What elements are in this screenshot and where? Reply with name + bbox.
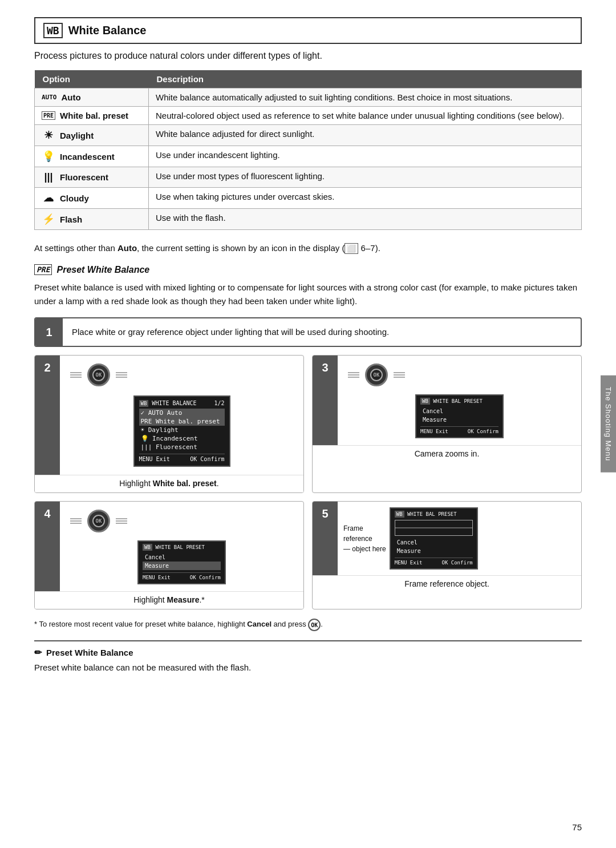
description-cell: Use with the flash. [149,209,582,230]
option-label: Daylight [60,131,94,140]
option-icon: AUTO [42,94,57,101]
step-5-screen: WB WHITE BAL PRESET Cancel Measure MENU … [390,507,478,570]
step3-camera-lens: OK [365,364,388,386]
step-1-number: 1 [35,318,63,346]
steps-grid: 2 OK [34,355,582,609]
step5-cancel: Cancel [395,538,473,547]
table-row: |||FluorescentUse under most types of fl… [35,167,582,188]
page-title: White Balance [68,24,147,37]
option-label: Auto [62,92,81,102]
step-4-screen: WB WHITE BAL PRESET Cancel Measure MENU … [137,540,226,584]
step3-cancel: Cancel [420,407,499,415]
option-label: Cloudy [60,193,89,203]
option-label: Fluorescent [60,172,108,182]
menu-item-fluorescent: ||| Fluorescent [139,443,225,451]
menu-item-preset: PRE White bal. preset [139,417,225,426]
step4-lens-inner: OK [92,515,105,527]
ok-button-icon: OK [308,619,321,631]
step-2-content: OK WB WHITE BALANCE [60,356,303,475]
step-2-caption: Highlight White bal. preset. [35,475,303,492]
option-cell: 💡Incandescent [35,146,149,167]
step5-measure: Measure [395,547,473,555]
page-number: 75 [572,822,582,832]
step3-lens-inner: OK [370,369,383,381]
lens-lines-left [70,372,82,378]
step-5-number: 5 [313,502,338,575]
step-2-camera-wrap: OK [66,359,298,391]
step4-lens-lines-left [70,518,82,524]
bottom-pwb-body: Preset white balance can not be measured… [34,663,582,672]
step-5-caption: Frame reference object. [313,575,581,593]
option-cell: ☁Cloudy [35,188,149,209]
step-2: 2 OK [34,355,304,493]
step-5: 5 Framereference— object here WB WHITE B… [312,501,582,609]
description-cell: White balance adjusted for direct sunlig… [149,125,582,146]
pencil-icon: ✏ [34,647,42,658]
step-3-number: 3 [313,356,338,445]
option-icon: ||| [42,171,55,183]
option-icon: PRE [42,111,55,120]
bottom-preset-wb: ✏ Preset White Balance Preset white bala… [34,640,582,672]
option-cell: AUTOAuto [35,88,149,107]
option-label: White bal. preset [60,111,128,120]
step4-camera-lens: OK [87,510,110,532]
wb-icon: WB [43,23,63,38]
option-cell: ⚡Flash [35,209,149,230]
option-icon: ☁ [42,192,55,204]
description-cell: Use when taking pictures under overcast … [149,188,582,209]
bottom-pwb-heading: ✏ Preset White Balance [34,647,582,658]
description-cell: Neutral-colored object used as reference… [149,107,582,125]
option-icon: ⚡ [42,213,55,225]
menu-item-incandescent: 💡 Incandescent [139,434,225,443]
pre-icon: PRE [34,264,52,275]
option-icon: 💡 [42,150,55,163]
col-option: Option [35,70,149,88]
step-4: 4 OK [34,501,304,609]
step4-measure: Measure [143,562,221,570]
step-2-screen: WB WHITE BALANCE 1/2 ✓ AUTO Auto PRE Whi… [133,395,230,467]
description-cell: Use under incandescent lighting. [149,146,582,167]
option-label: Incandescent [60,152,115,161]
side-tab: The Shooting Menu [601,375,616,473]
lens-lines-right [116,372,127,378]
step-1-text: Place white or gray reference object und… [63,318,398,346]
step-3-screen: WB WHITE BAL PRESET Cancel Measure MENU … [415,394,504,438]
bottom-pwb-title: Preset White Balance [46,648,133,657]
step4-cancel: Cancel [143,553,221,562]
table-row: PREWhite bal. presetNeutral-colored obje… [35,107,582,125]
preset-wb-title: Preset White Balance [56,265,149,275]
table-row: 💡IncandescentUse under incandescent ligh… [35,146,582,167]
step3-lens-lines-right [394,372,405,378]
step4-lens-lines-right [116,518,127,524]
menu-item-daylight: ☀ Daylight [139,426,225,434]
wb-header: WB White Balance [34,17,582,44]
menu-item-auto: ✓ AUTO Auto [139,409,225,417]
step-4-content: OK WB WHITE BAL PRESET [60,502,303,591]
auto-note: At settings other than Auto, the current… [34,241,582,255]
step-1: 1 Place white or gray reference object u… [34,317,582,347]
preset-wb-body: Preset white balance is used with mixed … [34,281,582,308]
step-3-camera-wrap: OK [343,359,576,391]
option-cell: |||Fluorescent [35,167,149,188]
table-row: ☁CloudyUse when taking pictures under ov… [35,188,582,209]
wb-table: Option Description AUTOAutoWhite balance… [34,70,582,230]
step-2-number: 2 [35,356,60,475]
step-3: 3 OK [312,355,582,493]
table-row: ☀DaylightWhite balance adjusted for dire… [35,125,582,146]
step5-frame-area: Framereference— object here WB WHITE BAL… [343,505,576,572]
preset-wb-heading: PRE Preset White Balance [34,264,582,275]
step-3-caption: Camera zooms in. [313,445,581,463]
step3-lens-lines-left [348,372,359,378]
option-cell: PREWhite bal. preset [35,107,149,125]
option-label: Flash [60,215,82,224]
step-4-number: 4 [35,502,60,591]
description-cell: Use under most types of fluorescent ligh… [149,167,582,188]
step-4-caption: Highlight Measure.* [35,591,303,609]
table-row: AUTOAutoWhite balance automatically adju… [35,88,582,107]
lens-inner: OK [92,369,105,381]
option-cell: ☀Daylight [35,125,149,146]
step5-frame-label: Framereference— object here [343,523,386,554]
table-row: ⚡FlashUse with the flash. [35,209,582,230]
step-5-content: Framereference— object here WB WHITE BAL… [338,502,581,575]
intro-text: Process pictures to produce natural colo… [34,51,582,61]
